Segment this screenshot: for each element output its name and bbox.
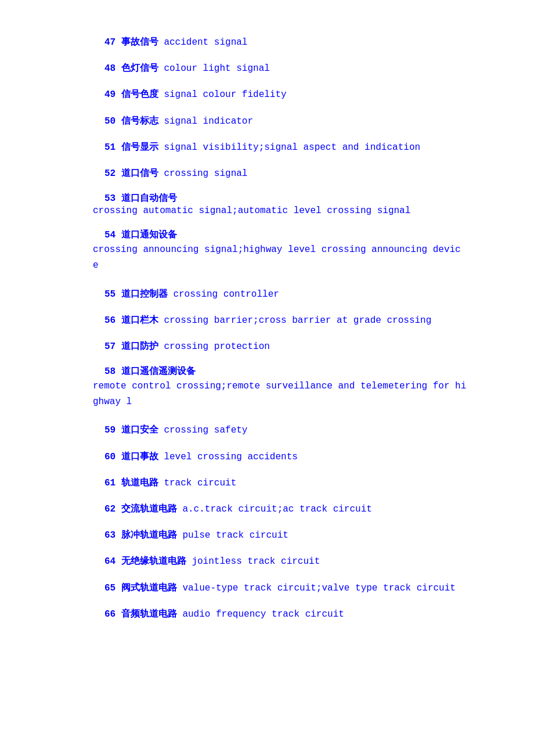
list-item: 54 道口通知设备crossing announcing signal;high… xyxy=(93,229,511,273)
entry-title: 57 道口防护 xyxy=(104,341,164,352)
list-item: 56 道口栏木 crossing barrier;cross barrier a… xyxy=(93,313,511,329)
entry-title: 61 轨道电路 xyxy=(104,478,164,488)
entry-content: crossing automatic signal;automatic leve… xyxy=(93,206,511,216)
entry-content: colour light signal xyxy=(164,63,269,74)
entry-title: 58 道口遥信遥测设备 xyxy=(104,365,511,377)
list-item: 64 无绝缘轨道电路 jointless track circuit xyxy=(93,554,511,570)
entry-title: 56 道口栏木 xyxy=(104,315,164,326)
entry-content: signal visibility;signal aspect and indi… xyxy=(164,142,420,153)
entry-title: 51 信号显示 xyxy=(104,142,164,153)
entry-content: track circuit xyxy=(164,478,236,488)
list-item: 49 信号色度 signal colour fidelity xyxy=(93,87,511,103)
entry-title: 60 道口事故 xyxy=(104,452,164,462)
list-item: 57 道口防护 crossing protection xyxy=(93,339,511,355)
entry-content: crossing protection xyxy=(164,341,269,352)
entry-title: 53 道口自动信号 xyxy=(104,192,511,204)
entry-content: signal colour fidelity xyxy=(164,89,286,100)
list-item: 66 音频轨道电路 audio frequency track circuit xyxy=(93,607,511,622)
entry-content: signal indicator xyxy=(164,116,253,127)
list-item: 53 道口自动信号crossing automatic signal;autom… xyxy=(93,192,511,216)
list-item: 50 信号标志 signal indicator xyxy=(93,114,511,129)
entry-content: value-type track circuit;valve type trac… xyxy=(182,583,455,593)
entry-title: 48 色灯信号 xyxy=(104,63,164,74)
entry-title: 55 道口控制器 xyxy=(104,289,173,300)
entry-title: 50 信号标志 xyxy=(104,116,164,127)
entry-title: 54 道口通知设备 xyxy=(104,229,511,241)
entry-content: a.c.track circuit;ac track circuit xyxy=(182,504,371,514)
list-item: 55 道口控制器 crossing controller xyxy=(93,287,511,303)
list-item: 61 轨道电路 track circuit xyxy=(93,476,511,491)
entry-title: 63 脉冲轨道电路 xyxy=(104,530,182,541)
entry-title: 49 信号色度 xyxy=(104,89,164,100)
main-content: 47 事故信号 accident signal48 色灯信号 colour li… xyxy=(93,35,511,622)
entry-content: jointless track circuit xyxy=(192,556,320,567)
entry-title: 64 无绝缘轨道电路 xyxy=(104,556,192,567)
entry-content: crossing safety xyxy=(164,425,247,435)
entry-content: level crossing accidents xyxy=(164,452,297,462)
entry-content: crossing signal xyxy=(164,168,247,179)
entry-content: pulse track circuit xyxy=(182,530,288,541)
entry-content: audio frequency track circuit xyxy=(182,609,344,620)
list-item: 47 事故信号 accident signal xyxy=(93,35,511,51)
entry-content: crossing controller xyxy=(173,289,279,300)
list-item: 60 道口事故 level crossing accidents xyxy=(93,449,511,465)
entry-content: remote control crossing;remote surveilla… xyxy=(93,379,511,410)
list-item: 48 色灯信号 colour light signal xyxy=(93,61,511,77)
list-item: 52 道口信号 crossing signal xyxy=(93,166,511,182)
list-item: 59 道口安全 crossing safety xyxy=(93,423,511,438)
entry-title: 65 阀式轨道电路 xyxy=(104,583,182,593)
entry-title: 47 事故信号 xyxy=(104,37,164,48)
entry-content: crossing announcing signal;highway level… xyxy=(93,242,511,273)
entry-title: 62 交流轨道电路 xyxy=(104,504,182,514)
list-item: 62 交流轨道电路 a.c.track circuit;ac track cir… xyxy=(93,502,511,517)
list-item: 51 信号显示 signal visibility;signal aspect … xyxy=(93,140,511,156)
list-item: 65 阀式轨道电路 value-type track circuit;valve… xyxy=(93,581,511,596)
entry-title: 52 道口信号 xyxy=(104,168,164,179)
entry-content: accident signal xyxy=(164,37,247,48)
entry-content: crossing barrier;cross barrier at grade … xyxy=(164,315,431,326)
entry-title: 66 音频轨道电路 xyxy=(104,609,182,620)
list-item: 58 道口遥信遥测设备remote control crossing;remot… xyxy=(93,365,511,410)
entry-title: 59 道口安全 xyxy=(104,425,164,435)
list-item: 63 脉冲轨道电路 pulse track circuit xyxy=(93,528,511,543)
